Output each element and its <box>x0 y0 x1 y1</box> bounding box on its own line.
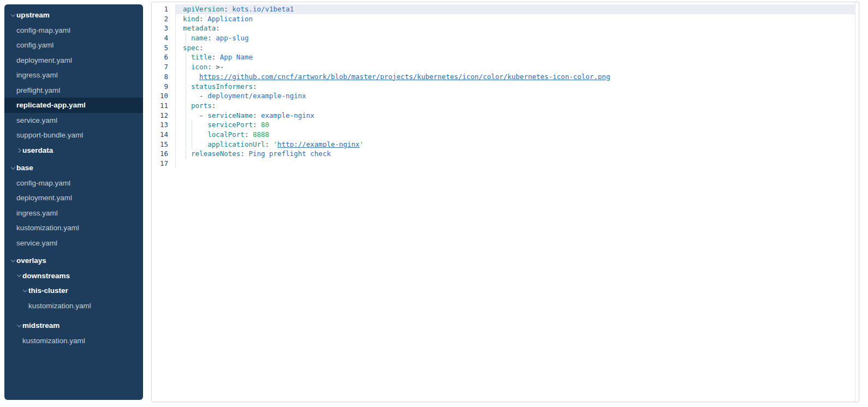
code-line: 8 https://github.com/cncf/artwork/blob/m… <box>152 72 855 82</box>
url-link[interactable]: http://example-nginx <box>277 140 360 148</box>
code-token-meta: : <box>224 5 228 13</box>
code-line-text[interactable]: name: app-slug <box>176 33 855 43</box>
code-line: 13 servicePort: 80 <box>152 120 855 130</box>
code-token-val: Application <box>207 15 253 23</box>
code-line-text[interactable]: kind: Application <box>176 14 855 24</box>
sidebar-item-upstream[interactable]: upstream <box>4 8 143 23</box>
code-token-key: apiVersion <box>183 5 224 13</box>
sidebar-item-service-yaml[interactable]: service.yaml <box>4 113 143 128</box>
chevron-down-icon[interactable] <box>22 289 28 292</box>
line-number: 10 <box>152 91 176 101</box>
sidebar-item-kustomization-yaml[interactable]: kustomization.yaml <box>4 333 143 349</box>
code-line: 2kind: Application <box>152 14 855 24</box>
sidebar-item-service-yaml[interactable]: service.yaml <box>4 236 143 251</box>
file-label: deployment.yaml <box>16 194 72 202</box>
code-token-plain <box>269 140 274 148</box>
sidebar-item-replicated-app-yaml[interactable]: replicated-app.yaml <box>4 98 143 113</box>
sidebar-item-deployment-yaml[interactable]: deployment.yaml <box>4 53 143 68</box>
line-number: 2 <box>152 14 176 24</box>
sidebar-item-config-map-yaml[interactable]: config-map.yaml <box>4 176 143 191</box>
code-line: 17 <box>152 159 855 169</box>
folder-label: upstream <box>16 11 50 19</box>
indent-guide <box>186 91 186 101</box>
sidebar-item-overlays[interactable]: overlays <box>4 253 143 268</box>
file-label: kustomization.yaml <box>16 224 79 232</box>
chevron-down-icon[interactable] <box>10 166 16 170</box>
line-number: 9 <box>152 82 176 92</box>
sidebar-item-userdata[interactable]: userdata <box>4 143 143 158</box>
code-line-text[interactable]: statusInformers: <box>176 82 855 92</box>
code-token-meta: : <box>199 15 204 23</box>
code-line: 5spec: <box>152 43 855 53</box>
code-line-text[interactable]: localPort: 8888 <box>176 130 855 140</box>
chevron-down-icon[interactable] <box>10 259 16 262</box>
sidebar-item-config-yaml[interactable]: config.yaml <box>4 38 143 53</box>
code-line-text[interactable]: https://github.com/cncf/artwork/blob/mas… <box>176 72 855 82</box>
code-token-val: example-nginx <box>261 111 314 119</box>
code-line-text[interactable]: releaseNotes: Ping preflight check <box>176 149 855 159</box>
line-number: 8 <box>152 72 176 82</box>
code-line-text[interactable]: servicePort: 80 <box>176 120 855 130</box>
code-token-key: title <box>191 53 212 61</box>
file-label: ingress.yaml <box>16 71 58 79</box>
code-token-meta: : <box>212 101 216 110</box>
code-line-text[interactable]: applicationUrl: 'http://example-nginx' <box>176 140 855 149</box>
folder-label: midstream <box>22 321 60 330</box>
code-token-key: spec <box>183 44 199 52</box>
code-token-meta: - <box>199 92 207 100</box>
code-token-key: statusInformers <box>191 82 253 91</box>
code-token-meta: : <box>265 140 270 148</box>
code-token-meta: : <box>207 63 212 71</box>
code-line-text[interactable]: metadata: <box>176 23 855 33</box>
file-label: kustomization.yaml <box>22 337 85 345</box>
code-token-meta: : <box>253 82 257 91</box>
file-label: deployment.yaml <box>16 56 72 64</box>
line-number: 11 <box>152 101 176 111</box>
sidebar-item-downstreams[interactable]: downstreams <box>4 268 143 284</box>
file-label: ingress.yaml <box>16 209 58 217</box>
chevron-down-icon[interactable] <box>16 274 22 277</box>
line-number: 14 <box>152 130 176 140</box>
sidebar-item-preflight-yaml[interactable]: preflight.yaml <box>4 83 143 98</box>
code-token-str: ' <box>360 140 364 148</box>
chevron-down-icon[interactable] <box>10 14 16 17</box>
sidebar-item-deployment-yaml[interactable]: deployment.yaml <box>4 190 143 206</box>
sidebar-item-ingress-yaml[interactable]: ingress.yaml <box>4 68 143 83</box>
code-line-text[interactable]: spec: <box>176 43 855 53</box>
code-line: 11 ports: <box>152 101 855 111</box>
code-token-plain <box>183 53 191 61</box>
code-line-text[interactable]: - serviceName: example-nginx <box>176 111 855 121</box>
url-link[interactable]: https://github.com/cncf/artwork/blob/mas… <box>199 73 610 81</box>
scrollbar-track[interactable] <box>855 2 855 402</box>
code-line-text[interactable]: apiVersion: kots.io/v1beta1 <box>176 4 855 14</box>
code-line: 7 icon: >- <box>152 62 855 72</box>
code-token-key: icon <box>191 63 207 71</box>
sidebar-item-kustomization-yaml[interactable]: kustomization.yaml <box>4 298 143 314</box>
code-token-meta: : <box>207 34 212 42</box>
sidebar-item-base[interactable]: base <box>4 160 143 176</box>
code-token-plain <box>183 101 191 110</box>
sidebar-item-config-map-yaml[interactable]: config-map.yaml <box>4 23 143 38</box>
code-line-text[interactable] <box>176 159 855 169</box>
code-editor[interactable]: 1apiVersion: kots.io/v1beta12kind: Appli… <box>152 2 855 169</box>
code-line-text[interactable]: ports: <box>176 101 855 111</box>
code-line-text[interactable]: title: App Name <box>176 52 855 62</box>
sidebar-item-midstream[interactable]: midstream <box>4 318 143 333</box>
code-line-text[interactable]: icon: >- <box>176 62 855 72</box>
file-label: kustomization.yaml <box>28 302 91 310</box>
sidebar-item-support-bundle-yaml[interactable]: support-bundle.yaml <box>4 128 143 143</box>
chevron-right-icon[interactable] <box>16 148 22 152</box>
file-label: preflight.yaml <box>16 86 60 94</box>
line-number: 1 <box>152 4 176 14</box>
indent-guide <box>186 130 186 140</box>
file-tree-sidebar: upstreamconfig-map.yamlconfig.yamldeploy… <box>4 4 143 400</box>
sidebar-item-ingress-yaml[interactable]: ingress.yaml <box>4 206 143 221</box>
indent-guide <box>186 101 186 111</box>
folder-label: overlays <box>16 256 46 265</box>
sidebar-item-this-cluster[interactable]: this-cluster <box>4 283 143 298</box>
chevron-down-icon[interactable] <box>16 324 22 327</box>
sidebar-item-kustomization-yaml[interactable]: kustomization.yaml <box>4 220 143 236</box>
code-line-text[interactable]: - deployment/example-nginx <box>176 91 855 101</box>
code-line: 6 title: App Name <box>152 52 855 62</box>
indent-guide <box>186 33 186 43</box>
